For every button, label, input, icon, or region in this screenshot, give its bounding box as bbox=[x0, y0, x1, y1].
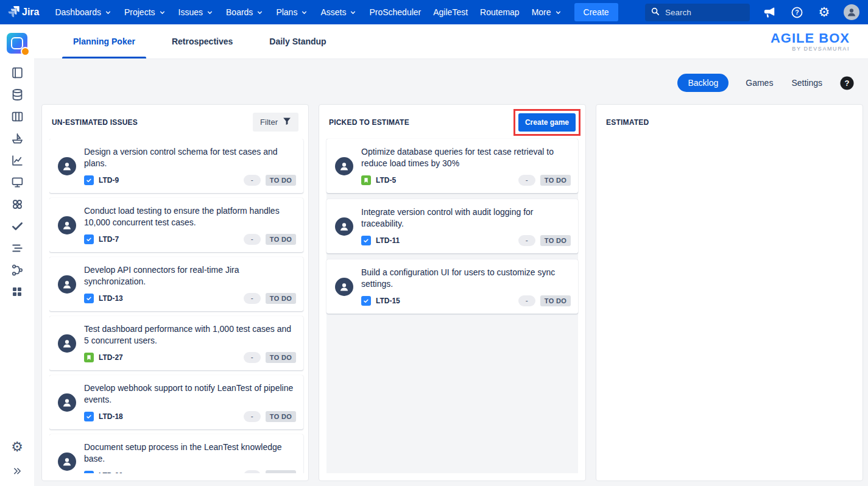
help-button[interactable]: ? bbox=[839, 76, 855, 91]
assignee-avatar-icon bbox=[58, 334, 76, 353]
topnav-item-agiletest[interactable]: AgileTest bbox=[427, 2, 474, 22]
task-icon bbox=[84, 294, 94, 303]
topnav-item-more[interactable]: More bbox=[526, 2, 568, 22]
status-badge: TO DO bbox=[266, 411, 296, 422]
view-nav-item-backlog[interactable]: Backlog bbox=[677, 74, 729, 92]
search-input[interactable] bbox=[664, 7, 744, 18]
estimate-badge: - bbox=[244, 352, 261, 363]
issue-card[interactable]: Develop API connectors for real-time Jir… bbox=[49, 257, 303, 311]
status-badge: TO DO bbox=[540, 295, 571, 306]
topnav-item-issues[interactable]: Issues bbox=[172, 2, 220, 22]
assignee-avatar-icon bbox=[58, 453, 76, 471]
board: UN-ESTIMATED ISSUES Filter Design a vers… bbox=[34, 103, 868, 486]
create-game-button[interactable]: Create game bbox=[518, 113, 576, 132]
issue-key: LTD-5 bbox=[376, 176, 396, 185]
issue-card[interactable]: Optimize database queries for test case … bbox=[326, 139, 578, 193]
settings-gear-icon[interactable]: ⚙ bbox=[9, 439, 25, 455]
app-badge-icon bbox=[21, 47, 30, 56]
issue-card[interactable]: Test dashboard performance with 1,000 te… bbox=[49, 316, 303, 370]
issue-key: LTD-15 bbox=[376, 297, 400, 305]
issue-card[interactable]: Design a version control schema for test… bbox=[49, 139, 303, 193]
topnav-item-projects[interactable]: Projects bbox=[118, 2, 172, 22]
status-badge: TO DO bbox=[266, 352, 296, 363]
cards-list bbox=[604, 139, 855, 473]
task-icon bbox=[84, 412, 94, 421]
topnav-item-label: Plans bbox=[276, 7, 297, 17]
monitor-icon[interactable] bbox=[9, 174, 25, 190]
board-column-estimated: ESTIMATED bbox=[596, 104, 863, 481]
issue-card[interactable]: Document setup process in the LeanTest k… bbox=[49, 434, 303, 473]
app-header-bar: Planning PokerRetrospectivesDaily Standu… bbox=[34, 24, 868, 59]
board-icon[interactable] bbox=[9, 108, 25, 124]
status-badge: TO DO bbox=[540, 175, 571, 186]
top-navigation: Jira DashboardsProjectsIssuesBoardsPlans… bbox=[0, 0, 868, 24]
tab-daily-standup[interactable]: Daily Standup bbox=[251, 24, 344, 58]
check-icon[interactable] bbox=[9, 218, 25, 234]
filter-funnel-icon bbox=[283, 117, 291, 127]
integrations-icon[interactable] bbox=[9, 196, 25, 212]
assignee-avatar-icon bbox=[58, 157, 76, 175]
announcement-icon[interactable] bbox=[761, 4, 777, 20]
column-title: UN-ESTIMATED ISSUES bbox=[52, 118, 138, 127]
tab-planning-poker[interactable]: Planning Poker bbox=[55, 24, 153, 58]
topnav-item-dashboards[interactable]: Dashboards bbox=[49, 2, 118, 22]
topnav-item-label: Dashboards bbox=[55, 7, 101, 17]
issue-card[interactable]: Integrate version control with audit log… bbox=[326, 199, 578, 253]
tree-icon[interactable] bbox=[9, 262, 25, 278]
estimate-badge: - bbox=[518, 295, 535, 306]
issue-summary: Design a version control schema for test… bbox=[84, 146, 296, 169]
journal-icon[interactable] bbox=[9, 65, 25, 80]
jira-logo[interactable]: Jira bbox=[7, 5, 39, 20]
topnav-menu: DashboardsProjectsIssuesBoardsPlansAsset… bbox=[49, 2, 568, 22]
column-title: PICKED TO ESTIMATE bbox=[329, 118, 409, 127]
topnav-item-label: More bbox=[532, 7, 551, 17]
grid-icon[interactable] bbox=[9, 284, 25, 300]
filter-button[interactable]: Filter bbox=[253, 113, 298, 132]
chevron-down-icon bbox=[300, 9, 308, 16]
search-box[interactable] bbox=[645, 4, 750, 21]
column-header: PICKED TO ESTIMATE Create game bbox=[319, 105, 585, 139]
agilebox-app-icon[interactable] bbox=[7, 33, 27, 54]
issue-summary: Integrate version control with audit log… bbox=[361, 206, 571, 230]
issue-key: LTD-11 bbox=[376, 236, 400, 245]
estimate-badge: - bbox=[518, 235, 535, 246]
view-nav-item-games[interactable]: Games bbox=[744, 74, 774, 92]
issue-summary: Conduct load testing to ensure the platf… bbox=[84, 205, 296, 228]
topnav-item-assets[interactable]: Assets bbox=[314, 2, 363, 22]
issue-card[interactable]: Develop webhook support to notify LeanTe… bbox=[49, 375, 303, 429]
estimate-badge: - bbox=[244, 293, 261, 304]
topnav-item-routemap[interactable]: Routemap bbox=[474, 2, 526, 22]
expand-icon[interactable] bbox=[9, 463, 25, 479]
assignee-avatar-icon bbox=[335, 157, 353, 175]
settings-gear-icon[interactable]: ⚙ bbox=[816, 4, 832, 20]
backlog-icon[interactable] bbox=[9, 240, 25, 256]
chart-icon[interactable] bbox=[9, 152, 25, 168]
brand-subtitle: BY DEVSAMURAI bbox=[771, 46, 850, 52]
issue-summary: Document setup process in the LeanTest k… bbox=[84, 442, 296, 465]
story-icon bbox=[361, 175, 371, 185]
topnav-item-proscheduler[interactable]: ProScheduler bbox=[363, 2, 427, 22]
left-sidebar: ⚙ bbox=[0, 24, 34, 486]
chevron-down-icon bbox=[256, 9, 264, 16]
issue-card[interactable]: Conduct load testing to ensure the platf… bbox=[49, 198, 303, 252]
chevron-down-icon bbox=[349, 9, 357, 16]
svg-text:?: ? bbox=[795, 9, 799, 16]
topnav-item-plans[interactable]: Plans bbox=[270, 2, 314, 22]
assignee-avatar-icon bbox=[335, 278, 353, 296]
view-nav-item-settings[interactable]: Settings bbox=[790, 74, 824, 92]
jira-logo-icon bbox=[7, 5, 20, 20]
tab-retrospectives[interactable]: Retrospectives bbox=[153, 24, 251, 58]
issue-card[interactable]: Build a configuration UI for users to cu… bbox=[326, 259, 578, 314]
task-icon bbox=[361, 236, 371, 245]
app-tabs: Planning PokerRetrospectivesDaily Standu… bbox=[34, 24, 345, 58]
user-avatar[interactable] bbox=[844, 4, 859, 20]
story-icon bbox=[84, 353, 94, 362]
database-icon[interactable] bbox=[9, 86, 25, 102]
topnav-item-boards[interactable]: Boards bbox=[220, 2, 270, 22]
issue-key: LTD-13 bbox=[99, 294, 123, 303]
issue-key: LTD-9 bbox=[99, 176, 119, 185]
ship-icon[interactable] bbox=[9, 130, 25, 146]
help-icon[interactable]: ? bbox=[789, 4, 805, 20]
board-column-picked-to-estimate: PICKED TO ESTIMATE Create game Optimize … bbox=[319, 104, 586, 481]
create-button[interactable]: Create bbox=[574, 3, 618, 21]
